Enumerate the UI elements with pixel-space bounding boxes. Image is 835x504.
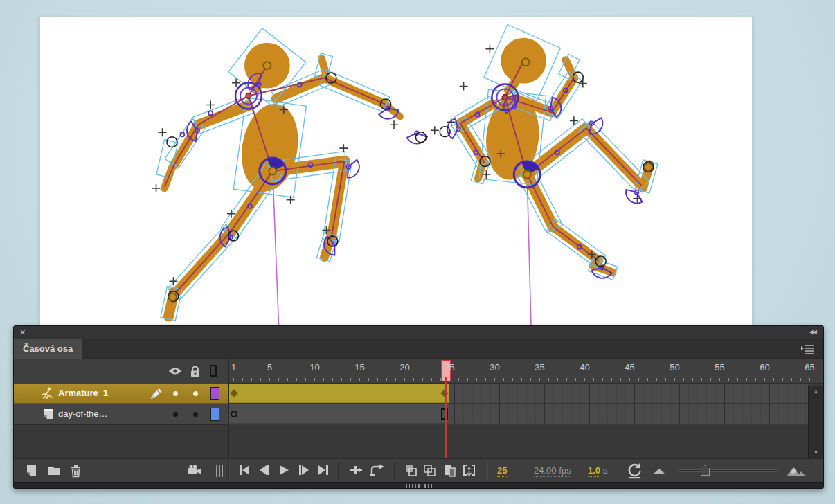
ruler-frame-number: 35 (535, 362, 544, 372)
layer-lock-dot[interactable] (193, 391, 198, 396)
frame-size-slider-handle[interactable] (701, 465, 710, 476)
layer-name: day-of-the… (58, 408, 108, 419)
elapsed-time-value[interactable]: 1.0 s (588, 465, 607, 476)
ruler-frame-number: 15 (354, 362, 364, 372)
frame-rate-value[interactable]: 24.00 fps (534, 465, 571, 477)
ruler-frame-number: 50 (670, 362, 679, 372)
ruler-frame-number: 65 (805, 362, 814, 372)
day-frame-span[interactable] (229, 404, 449, 424)
stage-artwork (40, 17, 752, 329)
loop-playback-button[interactable] (370, 464, 384, 476)
layer-list-header (14, 359, 228, 384)
armature-figure-right[interactable] (431, 25, 658, 282)
stage-canvas[interactable] (39, 17, 753, 330)
toolbar-divider (338, 461, 339, 480)
ruler-frame-number: 40 (580, 362, 589, 372)
layer-row-day[interactable]: day-of-the… (14, 404, 228, 424)
new-folder-button[interactable] (47, 464, 62, 476)
outline-column-icon[interactable] (210, 365, 217, 377)
play-button[interactable] (278, 464, 290, 476)
go-to-first-frame-button[interactable] (238, 464, 251, 476)
layer-list: Armature_1 day-of-the… (14, 359, 229, 458)
layer-list-empty-area (14, 424, 228, 458)
panel-tab-bar: Časová osa (14, 339, 823, 359)
armature-pole-line-right (527, 174, 531, 329)
normal-layer-icon (42, 408, 55, 420)
pencil-edit-icon (148, 387, 163, 401)
ruler-frame-number: 55 (715, 362, 724, 372)
current-frame-value[interactable]: 25 (497, 465, 507, 477)
layer-visibility-dot[interactable] (173, 391, 178, 396)
onion-skin-button[interactable] (404, 464, 418, 477)
ruler-frame-number: 30 (490, 362, 499, 372)
frame-area: 15101520253035404550556065 ▲ ▼ (229, 359, 823, 458)
panel-bottom-edge (14, 482, 823, 489)
visibility-column-icon[interactable] (168, 365, 183, 377)
vertical-scrollbar[interactable]: ▲ ▼ (808, 386, 823, 458)
armature-layer-icon (40, 386, 55, 401)
layer-visibility-dot[interactable] (173, 412, 178, 417)
empty-keyframe-circle[interactable] (231, 411, 237, 417)
layer-lock-dot[interactable] (193, 412, 198, 417)
scroll-down-icon[interactable]: ▼ (809, 449, 823, 456)
timeline-body: Armature_1 day-of-the… (14, 359, 823, 458)
ruler-frame-number: 1 (231, 362, 236, 372)
step-back-button[interactable] (258, 464, 271, 476)
lock-column-icon[interactable] (188, 365, 202, 378)
armature-figure-left[interactable] (152, 28, 428, 321)
edit-multiple-frames-button[interactable] (444, 464, 456, 478)
collapse-to-icons-icon[interactable]: ◀◀ (809, 329, 816, 335)
playhead-line (445, 377, 447, 458)
layer-outline-swatch[interactable] (210, 408, 219, 421)
panel-menu-icon[interactable] (800, 343, 815, 354)
delete-layer-button[interactable] (69, 464, 82, 478)
ruler-frame-number: 25 (445, 362, 454, 372)
onion-skin-outlines-button[interactable] (423, 464, 436, 477)
ruler-frame-number: 5 (267, 362, 272, 372)
ruler-frame-number: 10 (309, 362, 319, 372)
panel-title-bar: ✕ ◀◀ (14, 326, 823, 339)
timeline-toolbar: 25 24.00 fps 1.0 s (14, 458, 823, 482)
toolbar-divider (394, 461, 395, 480)
frames-row-armature[interactable] (229, 384, 808, 404)
step-forward-button[interactable] (298, 464, 310, 476)
toolbar-divider (487, 461, 487, 480)
ruler-ticks (229, 378, 814, 381)
armature-frame-span[interactable] (229, 384, 449, 403)
center-frame-button[interactable] (349, 464, 363, 476)
frame-size-slider[interactable] (678, 469, 778, 472)
timeline-panel: ✕ ◀◀ Časová osa (13, 325, 824, 489)
layer-depth-icon[interactable] (215, 464, 224, 478)
ruler-frame-number: 60 (760, 362, 769, 372)
panel-resize-grip[interactable] (406, 484, 432, 488)
camera-button[interactable] (187, 464, 203, 476)
frame-area-empty (229, 425, 823, 458)
layer-name: Armature_1 (58, 388, 108, 398)
frames-row-day[interactable] (229, 404, 808, 424)
new-layer-button[interactable] (24, 464, 37, 477)
tab-timeline[interactable]: Časová osa (14, 339, 82, 359)
keyframe-diamond-end[interactable] (440, 389, 448, 397)
ruler-frame-number: 45 (625, 362, 634, 372)
scroll-up-icon[interactable]: ▲ (809, 388, 823, 395)
layer-row-armature[interactable]: Armature_1 (14, 384, 228, 404)
ruler-frame-number: 20 (399, 362, 409, 372)
keyframe-diamond-start[interactable] (230, 389, 237, 397)
reset-timeline-zoom-icon[interactable] (626, 462, 643, 480)
application-window: { "panel": { "tab_label": "Časová osa", … (0, 0, 835, 504)
close-icon[interactable]: ✕ (19, 327, 26, 337)
go-to-last-frame-button[interactable] (317, 464, 330, 476)
layer-outline-swatch[interactable] (210, 387, 219, 400)
modify-markers-button[interactable] (463, 464, 476, 478)
large-frames-icon[interactable] (785, 465, 807, 477)
zoom-out-frames-icon[interactable] (654, 469, 665, 474)
toolbar-divider (228, 461, 229, 480)
ruler[interactable]: 15101520253035404550556065 (229, 359, 823, 384)
span-end-bracket (441, 408, 448, 420)
